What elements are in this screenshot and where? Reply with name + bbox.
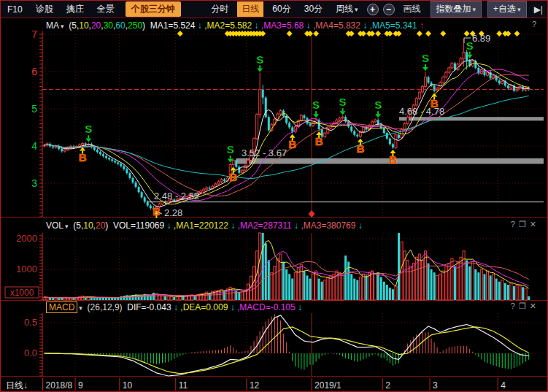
arrow-down-icon: ↓ [195, 20, 204, 31]
indicator-param: 5 [76, 220, 81, 231]
indicator-value: ,MA2=5.582 [204, 20, 252, 31]
tab-30min[interactable]: 30分 [300, 1, 327, 17]
tab-daily[interactable]: 日线 [237, 1, 263, 17]
svg-text:B: B [288, 138, 296, 150]
index-overlay-label: 指数叠加 [436, 4, 471, 14]
svg-text:S: S [227, 143, 234, 155]
svg-text:x1000: x1000 [10, 288, 34, 298]
indicator-param: 20 [91, 20, 101, 31]
vol-panel-icons: ?❐✕ [511, 220, 540, 229]
vol-dropdown[interactable]: VOL [46, 220, 63, 231]
svg-text:2.28: 2.28 [164, 207, 182, 218]
svg-text:B: B [229, 171, 237, 183]
date-axis-row: 日线↓ [1, 377, 547, 392]
indicator-value: ,MA1=220122 [174, 220, 228, 231]
zoom-out-button[interactable]: − [383, 4, 395, 15]
indicator-value: MA1=5.524 [150, 20, 196, 31]
chart-canvas[interactable]: 2018/891011122019/123476543200010000.50.… [1, 1, 548, 392]
arrow-down-icon: ↓ [296, 302, 305, 312]
svg-text:B: B [356, 142, 364, 155]
indicator-param: 250 [128, 20, 142, 31]
maximize-panel-icon[interactable]: ❐ [519, 301, 530, 310]
svg-text:2000: 2000 [16, 233, 37, 244]
svg-text:0.5: 0.5 [24, 317, 37, 328]
svg-text:S: S [312, 99, 320, 111]
indicator-value: ,MA3=5.68 [261, 20, 304, 31]
svg-text:4.68 - 4.78: 4.68 - 4.78 [399, 106, 444, 117]
svg-text:B: B [315, 135, 323, 147]
chevron-down-icon: ▾ [517, 6, 521, 13]
macd-values: MACD▾ (26,12,9) DIF=-0.043 ↓ ,DEA=0.009 … [46, 302, 304, 312]
zoom-in-button[interactable]: + [367, 4, 379, 15]
arrow-down-icon: ↓ [304, 20, 313, 31]
indicator-param: (26,12,9) [88, 302, 123, 312]
svg-text:1000: 1000 [16, 264, 37, 274]
indicator-param: 5 [72, 20, 77, 31]
menu-diagnose-stock[interactable]: 诊股 [36, 3, 53, 15]
maximize-panel-icon[interactable]: ❐ [519, 220, 530, 228]
vol-indicator-header: VOL▾ (5,10,20) VOL=119069 ↓ ,MA1=220122 … [1, 219, 547, 231]
svg-text:S: S [374, 99, 382, 111]
arrow-down-icon: ↓ [360, 20, 370, 31]
svg-text:3: 3 [31, 177, 37, 189]
svg-text:6.89: 6.89 [472, 33, 490, 44]
period-label: 日线 [6, 380, 23, 391]
macd-dropdown[interactable]: MACD [46, 301, 77, 313]
menu-qinzhuang[interactable]: 擒庄 [66, 3, 84, 15]
draw-line-button[interactable]: 画线 [404, 3, 421, 15]
close-panel-icon[interactable]: ✕ [530, 220, 540, 228]
svg-text:S: S [339, 96, 347, 108]
add-watchlist-dropdown[interactable]: +自选▾ [487, 1, 527, 18]
chevron-down-icon: ▾ [473, 6, 476, 13]
tab-60min[interactable]: 60分 [268, 1, 295, 17]
indicator-value: ,MA4=5.832 [313, 20, 360, 31]
indicator-value: ,MACD=-0.105 [237, 302, 296, 312]
vol-values: VOL▾ (5,10,20) VOL=119069 ↓ ,MA1=220122 … [46, 220, 365, 231]
stock-chart-window: 2018/891011122019/123476543200010000.50.… [0, 0, 548, 392]
arrow-down-icon: ↓ [23, 380, 28, 391]
stock-3min-button[interactable]: 个股三分钟 [126, 1, 181, 17]
indicator-value: ,MA5=5.341 [370, 20, 417, 31]
indicator-value: DIF=-0.043 [127, 302, 171, 312]
svg-text:B: B [79, 151, 87, 164]
menu-panorama[interactable]: 全景 [97, 3, 115, 15]
svg-text:0.0: 0.0 [24, 347, 37, 358]
ma-dropdown[interactable]: MA [46, 20, 59, 31]
tab-weekly-label: 周线 [336, 4, 353, 14]
menu-f10[interactable]: F10 [7, 4, 23, 15]
indicator-value: VOL=119069 [113, 220, 164, 231]
indicator-param: 30 [104, 20, 113, 31]
arrow-down-icon: ↓ [252, 20, 261, 31]
arrow-down-icon: ↓ [228, 302, 237, 312]
arrow-down-icon: ↓ [228, 220, 238, 231]
arrow-down-icon: ↓ [164, 220, 174, 231]
arrow-down-icon: ↓ [171, 302, 181, 312]
close-panel-icon[interactable]: ✕ [530, 301, 540, 310]
period-indicator[interactable]: 日线↓ [6, 380, 28, 392]
help-icon[interactable]: ? [511, 301, 519, 310]
index-overlay-dropdown[interactable]: 指数叠加▾ [431, 1, 482, 18]
tab-weekly-dropdown[interactable]: 周线▾ [331, 1, 363, 17]
help-icon[interactable]: ? [511, 220, 519, 228]
arrow-down-icon: ↓ [292, 220, 301, 231]
indicator-param: 20 [96, 220, 105, 231]
tab-intraday[interactable]: 分时 [207, 1, 233, 17]
svg-text:3.52 - 3.67: 3.52 - 3.67 [242, 147, 287, 158]
svg-text:6: 6 [31, 66, 37, 77]
svg-text:5: 5 [31, 103, 37, 115]
arrow-up-icon: ↑ [417, 20, 427, 31]
indicator-param: 10 [83, 220, 93, 231]
indicator-value: ,DEA=0.009 [180, 302, 228, 312]
collapse-panel-icon[interactable]: ▶| [534, 4, 543, 15]
svg-text:2.48 - 2.52: 2.48 - 2.52 [154, 191, 199, 201]
toolbar: F10 诊股 擒庄 全景 个股三分钟 分时 日线 60分 30分 周线▾ + −… [1, 1, 547, 18]
indicator-value: ,MA3=380769 [301, 220, 355, 231]
ma-indicator-header: MA▾ (5,10,20,30,60,250) MA1=5.524 ↓ ,MA2… [1, 19, 547, 31]
macd-panel-icons: ?❐✕ [511, 301, 540, 311]
svg-text:S: S [256, 53, 263, 66]
indicator-param: 60 [115, 20, 125, 31]
svg-text:S: S [85, 123, 92, 135]
svg-text:S: S [422, 52, 429, 64]
ma-values: MA▾ (5,10,20,30,60,250) MA1=5.524 ↓ ,MA2… [46, 20, 426, 31]
help-icon[interactable]: ? [532, 20, 540, 28]
